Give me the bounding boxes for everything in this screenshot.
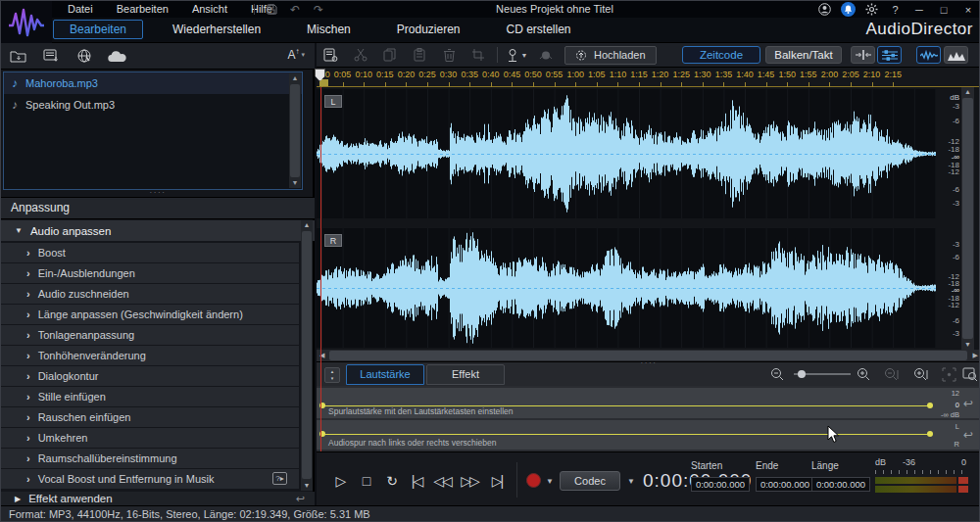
- codec-caret-icon[interactable]: ▼: [627, 477, 635, 486]
- track-controls-icon[interactable]: [877, 46, 902, 64]
- tutorial-badge-icon[interactable]: ?▸: [272, 472, 287, 485]
- tree-item-vocal-boost-und-entfernung-in-musik[interactable]: ›Vocal Boost und Entfernung in Musik?▸: [1, 469, 299, 489]
- spectral-view-icon[interactable]: [944, 46, 968, 64]
- tab-volume[interactable]: Lautstärke: [346, 364, 424, 385]
- copy-icon[interactable]: [375, 45, 405, 65]
- undo-icon[interactable]: ↶: [288, 3, 302, 16]
- user-account-icon[interactable]: [817, 2, 832, 17]
- trim-icon[interactable]: [464, 45, 493, 65]
- tab-effect[interactable]: Effekt: [426, 364, 505, 385]
- scroll-down-icon[interactable]: ▼: [289, 178, 301, 188]
- volume-envelope-row[interactable]: Spurlautstärke mit den Lautstärketasten …: [317, 388, 980, 418]
- tree-item-dialogkontur[interactable]: ›Dialogkontur: [1, 366, 299, 386]
- clip-properties-icon[interactable]: [317, 45, 346, 65]
- vertical-scrollbar[interactable]: ▲ ▼: [961, 87, 974, 350]
- help-icon[interactable]: ?: [888, 2, 903, 17]
- reset-envelope-icon[interactable]: ↩: [963, 397, 973, 410]
- tree-item-ein-ausblendungen[interactable]: ›Ein-/Ausblendungen: [1, 263, 299, 283]
- download-from-web-icon[interactable]: [68, 45, 101, 67]
- zoom-slider-knob[interactable]: [798, 370, 806, 378]
- import-playlist-icon[interactable]: [34, 45, 68, 67]
- snap-icon[interactable]: [851, 46, 875, 64]
- mode-tab-produzieren[interactable]: Produzieren: [380, 20, 477, 39]
- mode-tab-cd-erstellen[interactable]: CD erstellen: [490, 20, 588, 39]
- zoom-in-horizontal-icon[interactable]: [854, 366, 875, 383]
- scroll-down-icon[interactable]: ▼: [301, 481, 313, 491]
- mode-tab-bearbeiten[interactable]: Bearbeiten: [53, 20, 143, 39]
- collapse-triangle-icon[interactable]: ▼: [15, 226, 23, 235]
- tree-item-tonlagenanpassung[interactable]: ›Tonlagenanpassung: [1, 325, 299, 345]
- tree-item-raumschall-bereinstimmung[interactable]: ›Raumschallübereinstimmung: [1, 449, 299, 468]
- maximize-button[interactable]: □: [936, 4, 952, 16]
- mode-tab-mischen[interactable]: Mischen: [290, 20, 368, 39]
- menu-datei[interactable]: Datei: [56, 1, 105, 18]
- scroll-up-icon[interactable]: ▲: [961, 87, 974, 97]
- ai-sound-icon[interactable]: [531, 45, 561, 65]
- notification-icon[interactable]: [841, 2, 856, 17]
- save-icon[interactable]: [265, 3, 278, 16]
- scroll-right-icon[interactable]: ▶: [973, 352, 978, 359]
- cut-icon[interactable]: [346, 45, 375, 65]
- pan-envelope-row[interactable]: Audiospur nach links oder rechts verschi…: [317, 420, 980, 450]
- record-options-caret-icon[interactable]: ▼: [546, 477, 554, 486]
- field-starten-input[interactable]: [691, 477, 750, 492]
- scroll-up-icon[interactable]: ▲: [289, 73, 301, 83]
- timeline-ruler[interactable]: 0:000:050:100:150:200:250:300:350:400:45…: [317, 68, 980, 87]
- close-button[interactable]: ×: [960, 4, 976, 16]
- fit-project-icon[interactable]: [959, 366, 980, 383]
- marker-icon[interactable]: ▼: [502, 45, 531, 65]
- cloud-icon[interactable]: [101, 45, 134, 67]
- loop-button[interactable]: ↻: [379, 470, 403, 492]
- file-item[interactable]: ♪Speaking Out.mp3: [4, 94, 302, 116]
- mode-tab-wiederherstellen[interactable]: Wiederherstellen: [156, 20, 277, 39]
- scroll-up-icon[interactable]: ▲: [301, 220, 313, 230]
- field-ende-input[interactable]: [756, 477, 814, 492]
- fit-selection-icon[interactable]: [938, 366, 959, 383]
- go-to-end-button[interactable]: ▷|: [485, 470, 509, 492]
- dropdown-caret-icon[interactable]: ▼: [521, 52, 528, 59]
- tree-item-tonh-henver-nderung[interactable]: ›Tonhöhenveränderung: [1, 346, 299, 365]
- reset-envelope-icon[interactable]: ↩: [963, 428, 973, 442]
- tree-item-umkehren[interactable]: ›Umkehren: [1, 428, 299, 448]
- timecode-toggle-button[interactable]: Zeitcode: [682, 46, 760, 64]
- tree-item-stille-einf-gen[interactable]: ›Stille einfügen: [1, 387, 299, 406]
- file-item[interactable]: ♪Mahoroba.mp3: [4, 72, 302, 94]
- tree-item-rauschen-einf-gen[interactable]: ›Rauschen einfügen: [1, 407, 299, 427]
- waveform-track-right[interactable]: R: [317, 228, 936, 348]
- waveform-view-icon[interactable]: [916, 46, 941, 64]
- menu-bearbeiten[interactable]: Bearbeiten: [105, 1, 180, 18]
- tree-scrollbar[interactable]: ▲ ▼: [301, 220, 313, 491]
- panel-splitter[interactable]: ∙∙∙∙: [1, 190, 315, 197]
- minimize-button[interactable]: ─: [911, 4, 927, 16]
- stop-button[interactable]: □: [354, 470, 377, 492]
- redo-icon[interactable]: ↷: [312, 3, 325, 16]
- envelope-keyframe[interactable]: [927, 431, 933, 437]
- upload-button[interactable]: Hochladen: [564, 46, 657, 65]
- envelope-keyframe[interactable]: [927, 403, 933, 408]
- scroll-down-icon[interactable]: ▼: [961, 340, 974, 350]
- text-size-button[interactable]: A↑▾: [287, 48, 305, 62]
- settings-gear-icon[interactable]: [864, 2, 879, 17]
- zoom-in-vertical-icon[interactable]: [910, 366, 932, 383]
- delete-icon[interactable]: [434, 45, 464, 65]
- rewind-button[interactable]: ◁◁: [430, 470, 454, 492]
- tree-item-boost[interactable]: ›Boost: [1, 243, 299, 262]
- fast-forward-button[interactable]: ▷▷: [458, 470, 481, 492]
- zoom-slider[interactable]: [794, 373, 851, 375]
- zoom-out-horizontal-icon[interactable]: [767, 366, 789, 383]
- record-button[interactable]: [526, 473, 541, 488]
- tree-item-l-nge-anpassen-geschwindigkeit-ndern[interactable]: ›Länge anpassen (Geschwindigkeit ändern): [1, 305, 299, 324]
- play-button[interactable]: ▷: [328, 470, 352, 492]
- waveform-track-left[interactable]: L: [317, 89, 936, 218]
- tree-group-effekt-anwenden[interactable]: ▶ Effekt anwenden ↩: [1, 492, 315, 505]
- collapse-panel-button[interactable]: ▴▾: [324, 367, 340, 383]
- import-media-icon[interactable]: [1, 45, 34, 67]
- tree-item-audio-zuschneiden[interactable]: ›Audio zuschneiden: [1, 284, 299, 304]
- go-to-start-button[interactable]: |◁: [405, 470, 428, 492]
- paste-icon[interactable]: [405, 45, 434, 65]
- bars-beats-toggle-button[interactable]: Balken/Takt: [765, 46, 842, 64]
- codec-button[interactable]: Codec: [560, 471, 620, 491]
- field-länge-input[interactable]: [811, 477, 870, 492]
- expand-triangle-icon[interactable]: ▶: [15, 495, 21, 503]
- zoom-out-vertical-icon[interactable]: [881, 366, 903, 383]
